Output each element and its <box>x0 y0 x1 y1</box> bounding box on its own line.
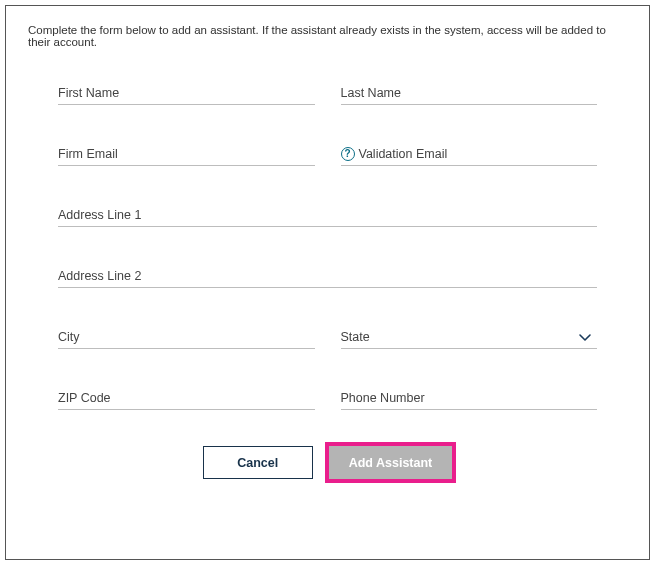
last-name-label: Last Name <box>341 86 598 104</box>
row-email: Firm Email ? Validation Email <box>58 147 597 166</box>
address2-field[interactable]: Address Line 2 <box>58 269 597 288</box>
zip-underline <box>58 409 315 410</box>
address2-label: Address Line 2 <box>58 269 597 287</box>
last-name-field[interactable]: Last Name <box>341 86 598 105</box>
state-underline <box>341 348 598 349</box>
validation-email-field[interactable]: ? Validation Email <box>341 147 598 166</box>
row-zip-phone: ZIP Code Phone Number <box>58 391 597 410</box>
city-label: City <box>58 330 315 348</box>
city-underline <box>58 348 315 349</box>
firm-email-underline <box>58 165 315 166</box>
form: First Name Last Name Firm Email ? Valida… <box>28 86 627 479</box>
phone-underline <box>341 409 598 410</box>
address1-field[interactable]: Address Line 1 <box>58 208 597 227</box>
row-address2: Address Line 2 <box>58 269 597 288</box>
cancel-button[interactable]: Cancel <box>203 446 313 479</box>
first-name-field[interactable]: First Name <box>58 86 315 105</box>
phone-field[interactable]: Phone Number <box>341 391 598 410</box>
validation-email-underline <box>341 165 598 166</box>
help-icon[interactable]: ? <box>341 147 355 161</box>
first-name-label: First Name <box>58 86 315 104</box>
button-row: Cancel Add Assistant <box>58 446 597 479</box>
add-assistant-panel: Complete the form below to add an assist… <box>5 5 650 560</box>
add-assistant-button[interactable]: Add Assistant <box>329 446 453 479</box>
firm-email-label: Firm Email <box>58 147 315 165</box>
phone-label: Phone Number <box>341 391 598 409</box>
row-city-state: City State <box>58 330 597 349</box>
row-address1: Address Line 1 <box>58 208 597 227</box>
validation-email-label: Validation Email <box>359 147 448 161</box>
row-name: First Name Last Name <box>58 86 597 105</box>
firm-email-field[interactable]: Firm Email <box>58 147 315 166</box>
address1-underline <box>58 226 597 227</box>
city-field[interactable]: City <box>58 330 315 349</box>
instruction-text: Complete the form below to add an assist… <box>28 24 627 48</box>
zip-label: ZIP Code <box>58 391 315 409</box>
state-field[interactable]: State <box>341 330 598 349</box>
zip-field[interactable]: ZIP Code <box>58 391 315 410</box>
address2-underline <box>58 287 597 288</box>
state-label: State <box>341 330 598 348</box>
first-name-underline <box>58 104 315 105</box>
address1-label: Address Line 1 <box>58 208 597 226</box>
last-name-underline <box>341 104 598 105</box>
